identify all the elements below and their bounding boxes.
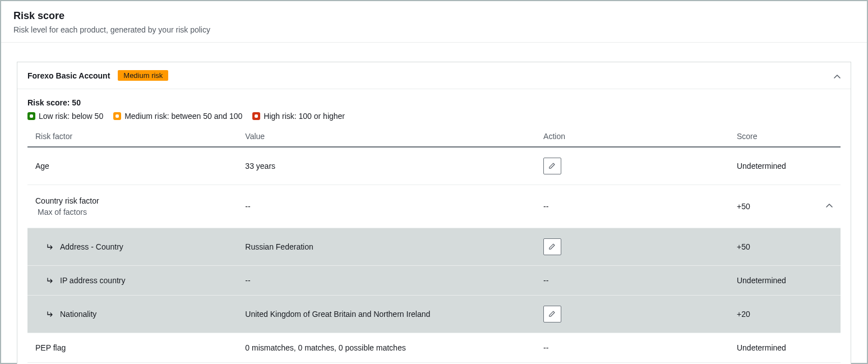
value-cell: United Kingdom of Great Britain and Nort…	[237, 296, 535, 333]
value-cell: Russian Federation	[237, 228, 535, 266]
factor-cell: IP address country	[60, 276, 125, 285]
factor-cell: PEP flag	[27, 333, 237, 363]
table-sub-row: Address - Country Russian Federation +50	[27, 228, 841, 266]
indent-arrow-icon	[47, 277, 54, 284]
score-cell: Undetermined	[729, 147, 818, 185]
action-cell: --	[535, 185, 729, 228]
table-row: Age 33 years Undetermined	[27, 147, 841, 185]
risk-card: Forexo Basic Account Medium risk Risk sc…	[17, 62, 851, 364]
col-header-score: Score	[729, 126, 818, 147]
risk-legend: Low risk: below 50 Medium risk: between …	[27, 112, 841, 121]
value-cell: 0 mismatches, 0 matches, 0 possible matc…	[237, 333, 535, 363]
chevron-up-icon[interactable]	[826, 202, 833, 209]
edit-button[interactable]	[543, 158, 561, 174]
value-cell: --	[237, 185, 535, 228]
edit-button[interactable]	[543, 238, 561, 255]
action-cell: --	[535, 266, 729, 296]
edit-button[interactable]	[543, 306, 561, 322]
factor-cell: Address - Country	[60, 242, 123, 251]
page-title: Risk score	[13, 10, 855, 22]
score-cell: +50	[729, 228, 818, 266]
factor-cell: Age	[27, 147, 237, 185]
factor-cell: Nationality	[60, 310, 96, 319]
pencil-icon	[548, 310, 556, 319]
card-body: Risk score: 50 Low risk: below 50 Medium…	[17, 89, 851, 364]
value-cell: 33 years	[237, 147, 535, 185]
medium-risk-icon	[113, 112, 121, 120]
legend-low-label: Low risk: below 50	[39, 112, 103, 121]
risk-factors-table: Risk factor Value Action Score Age 33 ye…	[27, 126, 841, 363]
table-row: PEP flag 0 mismatches, 0 matches, 0 poss…	[27, 333, 841, 363]
indent-arrow-icon	[47, 310, 54, 318]
risk-score: Risk score: 50	[27, 98, 841, 107]
value-cell: --	[237, 266, 535, 296]
pencil-icon	[548, 162, 556, 171]
score-cell: Undetermined	[729, 266, 818, 296]
col-header-value: Value	[237, 126, 535, 147]
low-risk-icon	[27, 112, 35, 120]
score-cell: Undetermined	[729, 333, 818, 363]
table-sub-row: IP address country -- -- Undetermined	[27, 266, 841, 296]
legend-high-label: High risk: 100 or higher	[264, 112, 345, 121]
factor-subtext: Max of factors	[38, 208, 229, 216]
legend-medium-label: Medium risk: between 50 and 100	[124, 112, 242, 121]
pencil-icon	[548, 242, 556, 252]
col-header-action: Action	[535, 126, 729, 147]
page-header: Risk score Risk level for each product, …	[1, 1, 867, 43]
page-subtitle: Risk level for each product, generated b…	[13, 25, 855, 34]
chevron-up-icon	[834, 72, 841, 79]
card-toggle[interactable]: Forexo Basic Account Medium risk	[17, 62, 851, 89]
high-risk-icon	[252, 112, 260, 120]
factor-cell: Country risk factor Max of factors	[27, 185, 237, 228]
score-cell: +20	[729, 296, 818, 333]
table-row-group: Country risk factor Max of factors -- --…	[27, 185, 841, 228]
score-cell: +50	[729, 185, 818, 228]
product-name: Forexo Basic Account	[27, 71, 110, 80]
table-sub-row: Nationality United Kingdom of Great Brit…	[27, 296, 841, 333]
risk-badge: Medium risk	[118, 70, 168, 81]
action-cell: --	[535, 333, 729, 363]
indent-arrow-icon	[47, 243, 54, 251]
col-header-factor: Risk factor	[27, 126, 237, 147]
